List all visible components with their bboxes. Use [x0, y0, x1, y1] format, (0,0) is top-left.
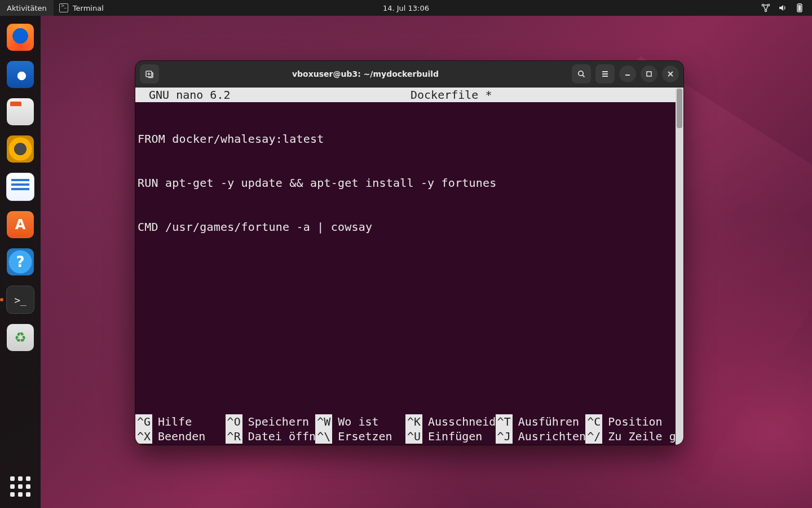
dock-terminal[interactable] — [6, 286, 34, 314]
battery-icon — [795, 3, 804, 12]
shortcut-readfile: ^RDatei öffn — [226, 429, 316, 444]
shortcut-execute: ^TAusführen — [496, 414, 586, 429]
window-titlebar[interactable]: vboxuser@ub3: ~/mydockerbuild — [135, 61, 683, 87]
search-button[interactable] — [572, 64, 591, 84]
nano-file-content[interactable]: FROM docker/whalesay:latest RUN apt-get … — [135, 102, 676, 414]
activities-label: Aktivitäten — [7, 4, 47, 12]
top-bar: Aktivitäten Terminal 14. Jul 13:06 — [0, 0, 812, 16]
shortcut-cut: ^KAusschneid — [405, 414, 496, 429]
clock-label: 14. Jul 13:06 — [383, 4, 429, 12]
dock-firefox[interactable] — [7, 24, 34, 51]
nano-header: GNU nano 6.2 Dockerfile * — [135, 87, 676, 102]
terminal-content[interactable]: GNU nano 6.2 Dockerfile * FROM docker/wh… — [135, 87, 676, 445]
network-icon — [761, 3, 770, 12]
app-menu-label: Terminal — [73, 4, 104, 12]
shortcut-paste: ^UEinfügen — [405, 429, 496, 444]
app-menu-button[interactable]: Terminal — [54, 0, 109, 16]
close-button[interactable] — [662, 65, 679, 82]
shortcut-gotoline: ^/Zu Zeile geh — [585, 429, 676, 444]
file-line: CMD /usr/games/fortune -a | cowsay — [138, 220, 673, 234]
dock-files[interactable] — [7, 98, 34, 125]
nano-shortcut-bar: ^GHilfe ^OSpeichern ^WWo ist ^KAusschnei… — [135, 414, 676, 445]
shortcut-replace: ^\Ersetzen — [315, 429, 405, 444]
volume-icon — [778, 3, 787, 12]
system-tray[interactable] — [761, 0, 812, 16]
dock-libreoffice-writer[interactable] — [6, 173, 34, 201]
clock[interactable]: 14. Jul 13:06 — [383, 4, 429, 12]
svg-rect-5 — [798, 5, 801, 11]
terminal-icon — [59, 3, 68, 12]
dock — [0, 16, 41, 508]
activities-button[interactable]: Aktivitäten — [0, 0, 54, 16]
dock-ubuntu-software[interactable] — [7, 211, 34, 238]
shortcut-position: ^CPosition — [585, 414, 676, 429]
minimize-button[interactable] — [619, 65, 636, 82]
maximize-button[interactable] — [641, 65, 657, 82]
dock-trash[interactable] — [7, 324, 34, 351]
file-line: FROM docker/whalesay:latest — [138, 132, 673, 146]
svg-point-7 — [579, 71, 583, 76]
terminal-scrollbar[interactable] — [676, 87, 683, 445]
dock-help[interactable] — [7, 248, 34, 275]
shortcut-help: ^GHilfe — [135, 414, 226, 429]
shortcut-justify: ^JAusrichten — [496, 429, 586, 444]
terminal-window: vboxuser@ub3: ~/mydockerbuild GNU nano 6… — [135, 61, 683, 445]
dock-thunderbird[interactable] — [7, 61, 34, 88]
nano-app-title: GNU nano 6.2 — [139, 87, 231, 102]
shortcut-whereis: ^WWo ist — [315, 414, 405, 429]
svg-point-2 — [765, 10, 766, 11]
file-line: RUN apt-get -y update && apt-get install… — [138, 176, 673, 190]
shortcut-writeout: ^OSpeichern — [226, 414, 316, 429]
window-title: vboxuser@ub3: ~/mydockerbuild — [159, 69, 572, 78]
nano-file-title: Dockerfile * — [231, 87, 673, 102]
hamburger-menu-button[interactable] — [595, 64, 615, 84]
new-tab-button[interactable] — [140, 64, 159, 84]
svg-rect-4 — [798, 3, 801, 4]
show-applications-button[interactable] — [10, 476, 30, 497]
dock-rhythmbox[interactable] — [7, 135, 34, 163]
svg-rect-8 — [647, 72, 651, 76]
shortcut-exit: ^XBeenden — [135, 429, 226, 444]
